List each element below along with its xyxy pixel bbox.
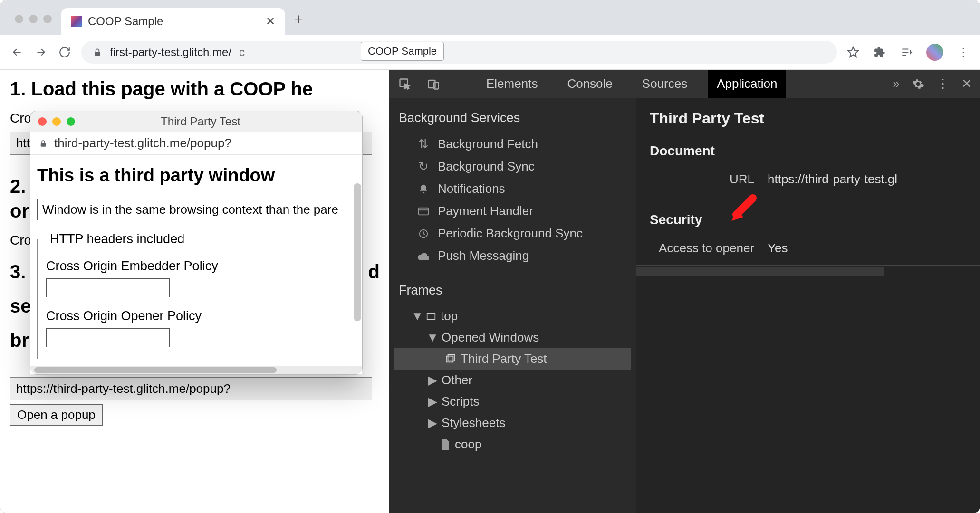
devtools-main: Third Party Test Document URL https://th… — [636, 98, 980, 513]
reload-button[interactable] — [58, 45, 72, 59]
svg-marker-1 — [848, 47, 858, 57]
popup-title: Third Party Test — [75, 115, 326, 128]
window-close-dot[interactable] — [15, 15, 23, 23]
sidebar-item-payment[interactable]: Payment Handler — [394, 200, 631, 222]
popup-close-dot[interactable] — [38, 117, 47, 126]
chevron-right-icon: ▶ — [428, 416, 437, 430]
chevron-right-icon: ▶ — [428, 373, 437, 388]
menu-icon[interactable]: ⋮ — [957, 46, 970, 59]
coep-label: Cross Origin Embedder Policy — [46, 259, 346, 274]
settings-icon[interactable] — [912, 78, 924, 90]
page-heading-3: 3. — [10, 259, 26, 284]
popup-url: third-party-test.glitch.me/popup? — [54, 136, 231, 151]
address-bar[interactable]: first-party-test.glitch.me/c COOP Sample — [81, 41, 837, 64]
profile-avatar[interactable] — [926, 44, 943, 61]
tree-label: Third Party Test — [461, 352, 547, 366]
scrollbar-thumb[interactable] — [34, 367, 277, 373]
access-opener-label: Access to opener — [650, 241, 754, 256]
tree-label: coop — [455, 437, 481, 452]
reading-list-icon[interactable] — [900, 46, 913, 59]
tree-top[interactable]: ▼top — [394, 305, 631, 327]
popup-titlebar[interactable]: Third Party Test — [30, 111, 362, 132]
lock-icon — [93, 47, 102, 57]
chevron-down-icon: ▼ — [428, 330, 437, 345]
sidebar-item-label: Background Fetch — [438, 137, 538, 152]
window-maximize-dot[interactable] — [43, 15, 52, 23]
tab-title: COOP Sample — [88, 15, 260, 28]
back-button[interactable] — [10, 45, 24, 59]
browser-toolbar: first-party-test.glitch.me/c COOP Sample… — [0, 35, 980, 70]
popup-url-input[interactable] — [10, 377, 372, 400]
popup-address-bar[interactable]: third-party-test.glitch.me/popup? — [30, 132, 362, 155]
more-tabs-icon[interactable]: » — [893, 76, 900, 91]
context-status: Window is in the same browsing context t… — [37, 199, 355, 220]
coep-input[interactable] — [46, 278, 170, 297]
tree-label: top — [441, 309, 458, 323]
url-label: URL — [650, 172, 754, 187]
coop-input[interactable] — [46, 328, 170, 347]
browser-tab[interactable]: COOP Sample ✕ — [61, 8, 285, 35]
popup-minimize-dot[interactable] — [52, 117, 61, 126]
extensions-icon[interactable] — [873, 46, 886, 59]
inspect-icon[interactable] — [397, 76, 413, 92]
open-popup-button[interactable]: Open a popup — [10, 404, 103, 426]
popup-traffic-lights — [38, 117, 75, 126]
url-value: https://third-party-test.gl — [768, 172, 897, 187]
exchange-icon: ⇅ — [417, 138, 430, 151]
tab-close-icon[interactable]: ✕ — [266, 15, 275, 28]
sidebar-item-bg-sync[interactable]: ↻Background Sync — [394, 155, 631, 178]
annotation-arrow-icon — [727, 193, 760, 227]
tab-application[interactable]: Application — [708, 70, 786, 98]
sidebar-item-bg-fetch[interactable]: ⇅Background Fetch — [394, 133, 631, 155]
headers-legend: HTTP headers included — [46, 232, 188, 247]
popup-vertical-scrollbar[interactable] — [354, 183, 361, 321]
page-heading-2: 2. — [10, 176, 26, 197]
sidebar-item-periodic[interactable]: Periodic Background Sync — [394, 222, 631, 245]
tree-label: Stylesheets — [442, 416, 505, 430]
popup-maximize-dot[interactable] — [67, 117, 75, 126]
kv-access-opener: Access to opener Yes — [650, 236, 966, 260]
tab-favicon — [71, 16, 82, 27]
svg-rect-8 — [427, 313, 435, 319]
tab-console[interactable]: Console — [558, 70, 621, 98]
sidebar-item-notifications[interactable]: Notifications — [394, 178, 631, 200]
sidebar-item-push[interactable]: Push Messaging — [394, 245, 631, 267]
tree-coop[interactable]: coop — [394, 434, 631, 455]
page-heading-1: 1. Load this page with a COOP he — [10, 76, 380, 101]
clock-icon — [417, 227, 430, 240]
kv-url: URL https://third-party-test.gl — [650, 167, 966, 191]
popup-horizontal-scrollbar[interactable] — [30, 366, 362, 374]
chevron-down-icon: ▼ — [413, 309, 422, 323]
file-icon — [442, 439, 450, 450]
popup-body: This is a third party window Window is i… — [30, 155, 362, 374]
new-tab-button[interactable]: + — [285, 10, 313, 35]
sidebar-item-label: Payment Handler — [438, 204, 533, 218]
bell-icon — [417, 182, 430, 196]
headers-fieldset: HTTP headers included Cross Origin Embed… — [37, 232, 355, 359]
sidebar-section-frames: Frames — [399, 283, 626, 298]
frames-tree: ▼top ▼Opened Windows Third Party Test ▶O… — [394, 305, 631, 455]
close-devtools-icon[interactable]: ✕ — [961, 76, 972, 91]
device-toggle-icon[interactable] — [425, 76, 442, 92]
frame-icon — [426, 312, 436, 321]
devtools-panel: Elements Console Sources Application » ⋮… — [389, 70, 980, 513]
sidebar-item-label: Periodic Background Sync — [438, 226, 583, 241]
address-path: c — [239, 46, 245, 59]
sync-icon: ↻ — [417, 160, 430, 173]
tree-opened-windows[interactable]: ▼Opened Windows — [394, 327, 631, 348]
kebab-icon[interactable]: ⋮ — [937, 76, 949, 91]
tree-stylesheets[interactable]: ▶Stylesheets — [394, 412, 631, 434]
forward-button[interactable] — [34, 45, 48, 59]
tree-other[interactable]: ▶Other — [394, 370, 631, 391]
star-icon[interactable] — [846, 46, 860, 59]
access-opener-value: Yes — [768, 241, 788, 256]
window-minimize-dot[interactable] — [29, 15, 38, 23]
tree-scripts[interactable]: ▶Scripts — [394, 391, 631, 412]
tree-label: Other — [442, 373, 472, 388]
tab-elements[interactable]: Elements — [478, 70, 546, 98]
scrollbar-thumb[interactable] — [636, 267, 884, 276]
tree-third-party[interactable]: Third Party Test — [394, 348, 631, 370]
tab-sources[interactable]: Sources — [634, 70, 696, 98]
tree-label: Scripts — [442, 394, 479, 409]
sidebar-item-label: Background Sync — [438, 159, 535, 174]
